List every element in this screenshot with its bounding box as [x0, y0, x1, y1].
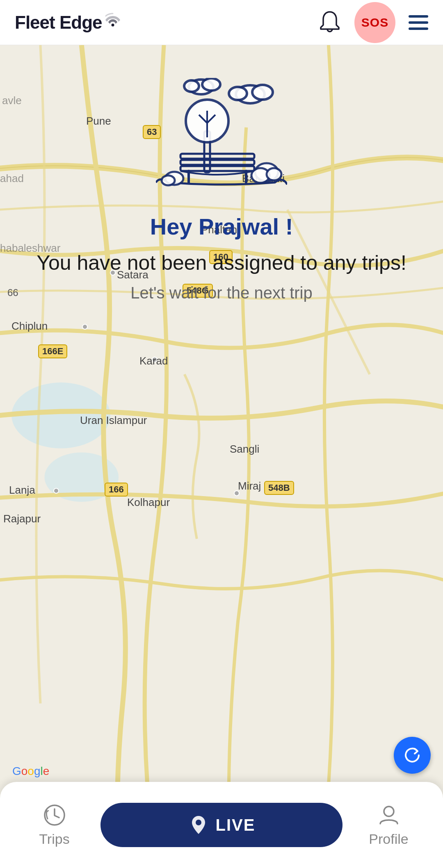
svg-point-22 — [267, 168, 281, 180]
profile-label: Profile — [369, 831, 408, 847]
nav-trips[interactable]: Trips — [12, 803, 96, 847]
menu-button[interactable] — [409, 15, 428, 30]
refresh-icon — [402, 745, 422, 765]
app-header: Fleet Edge SOS — [0, 0, 443, 45]
live-location-icon — [188, 814, 209, 836]
map-container: Pune avle ahad Baramati Phaltan habalesh… — [0, 45, 443, 868]
map-dot-karad — [152, 357, 158, 362]
bottom-navigation: Trips LIVE Profile — [0, 782, 443, 868]
park-illustration — [156, 78, 287, 197]
profile-icon — [377, 803, 401, 827]
svg-point-0 — [111, 23, 114, 26]
map-dot-lanja — [53, 488, 59, 494]
svg-rect-16 — [180, 160, 254, 165]
google-branding: Google — [12, 765, 49, 778]
greeting-heading: Hey Prajwal ! — [150, 213, 293, 240]
svg-point-6 — [229, 87, 247, 100]
bell-icon[interactable] — [318, 10, 341, 35]
svg-point-27 — [384, 806, 394, 816]
menu-line-3 — [409, 27, 428, 30]
app-name: Fleet Edge — [15, 12, 102, 33]
logo-container: Fleet Edge — [15, 12, 120, 33]
road-badge-166: 166 — [105, 483, 128, 497]
svg-point-9 — [184, 80, 199, 92]
nav-profile[interactable]: Profile — [347, 803, 431, 847]
map-dot-kolhapur — [234, 490, 240, 496]
wifi-icon — [105, 13, 120, 27]
map-dot-chiplun — [82, 324, 88, 330]
refresh-button[interactable] — [394, 737, 431, 774]
svg-rect-15 — [180, 154, 254, 159]
content-overlay: Hey Prajwal ! You have not been assigned… — [0, 45, 443, 302]
live-label: LIVE — [216, 816, 256, 834]
trips-label: Trips — [39, 831, 69, 847]
svg-point-24 — [162, 175, 175, 185]
road-badge-548b: 548B — [264, 481, 294, 495]
road-badge-166e: 166E — [38, 344, 67, 358]
svg-point-26 — [196, 820, 201, 825]
menu-line-1 — [409, 15, 428, 18]
svg-point-8 — [202, 78, 220, 91]
header-actions: SOS — [318, 2, 428, 43]
svg-point-5 — [252, 85, 273, 100]
sos-button[interactable]: SOS — [354, 2, 395, 43]
wait-message: Let's wait for the next trip — [130, 284, 312, 302]
no-trip-message: You have not been assigned to any trips! — [12, 250, 431, 276]
svg-rect-17 — [180, 166, 254, 171]
trips-icon — [43, 803, 66, 827]
menu-line-2 — [409, 21, 428, 24]
nav-live[interactable]: LIVE — [100, 803, 343, 847]
